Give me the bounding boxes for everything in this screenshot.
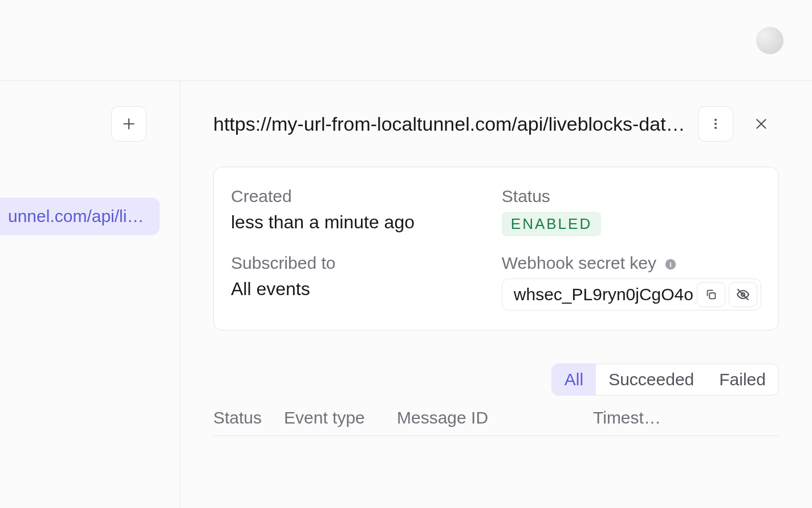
copy-icon bbox=[705, 288, 717, 301]
th-timestamp: Timest… bbox=[593, 408, 779, 428]
info-created: Created less than a minute ago bbox=[231, 187, 488, 236]
info-secret: Webhook secret key i whsec_PL9ryn0jCgO4o bbox=[502, 253, 761, 311]
events-table-header: Status Event type Message ID Timest… bbox=[213, 408, 779, 436]
info-icon[interactable]: i bbox=[664, 258, 677, 271]
filter-tab-all[interactable]: All bbox=[552, 364, 596, 395]
subscribed-label: Subscribed to bbox=[231, 253, 488, 273]
subscribed-value: All events bbox=[231, 279, 488, 300]
status-label: Status bbox=[502, 187, 761, 206]
secret-label: Webhook secret key i bbox=[502, 253, 761, 273]
svg-text:i: i bbox=[670, 260, 672, 269]
sidebar-item-label: unnel.com/api/li… bbox=[8, 207, 144, 225]
avatar[interactable] bbox=[756, 27, 783, 54]
secret-key-row: whsec_PL9ryn0jCgO4o bbox=[502, 279, 761, 311]
content: unnel.com/api/li… https://my-url-from-lo… bbox=[0, 81, 812, 508]
topbar bbox=[0, 0, 812, 81]
toggle-secret-visibility-button[interactable] bbox=[729, 282, 757, 307]
secret-key-value: whsec_PL9ryn0jCgO4o bbox=[514, 285, 693, 304]
th-message-id: Message ID bbox=[397, 408, 593, 428]
filter-row: All Succeeded Failed bbox=[213, 364, 779, 396]
created-label: Created bbox=[231, 187, 488, 206]
copy-secret-button[interactable] bbox=[697, 282, 725, 307]
main-panel: https://my-url-from-localtunnel.com/api/… bbox=[180, 81, 812, 508]
plus-icon bbox=[121, 116, 136, 131]
info-card: Created less than a minute ago Status EN… bbox=[213, 167, 779, 330]
sidebar-item-webhook[interactable]: unnel.com/api/li… bbox=[0, 197, 160, 235]
info-status: Status ENABLED bbox=[502, 187, 761, 236]
endpoint-url: https://my-url-from-localtunnel.com/api/… bbox=[213, 113, 688, 135]
status-badge: ENABLED bbox=[502, 212, 601, 236]
th-status: Status bbox=[213, 408, 284, 428]
filter-tab-succeeded[interactable]: Succeeded bbox=[596, 364, 707, 395]
add-webhook-button[interactable] bbox=[111, 106, 147, 142]
more-options-button[interactable] bbox=[698, 106, 733, 142]
eye-off-icon bbox=[736, 288, 750, 301]
th-event-type: Event type bbox=[284, 408, 397, 428]
info-subscribed: Subscribed to All events bbox=[231, 253, 488, 311]
close-button[interactable] bbox=[744, 106, 779, 142]
sidebar: unnel.com/api/li… bbox=[0, 81, 180, 508]
filter-group: All Succeeded Failed bbox=[551, 364, 779, 396]
svg-rect-9 bbox=[709, 293, 715, 299]
close-icon bbox=[754, 116, 769, 131]
more-vertical-icon bbox=[709, 117, 722, 131]
main-header: https://my-url-from-localtunnel.com/api/… bbox=[213, 106, 779, 142]
svg-point-3 bbox=[714, 123, 717, 125]
filter-tab-failed[interactable]: Failed bbox=[707, 364, 778, 395]
svg-point-2 bbox=[714, 119, 717, 121]
svg-point-4 bbox=[714, 127, 717, 129]
sidebar-items: unnel.com/api/li… bbox=[0, 197, 180, 235]
created-value: less than a minute ago bbox=[231, 212, 488, 233]
